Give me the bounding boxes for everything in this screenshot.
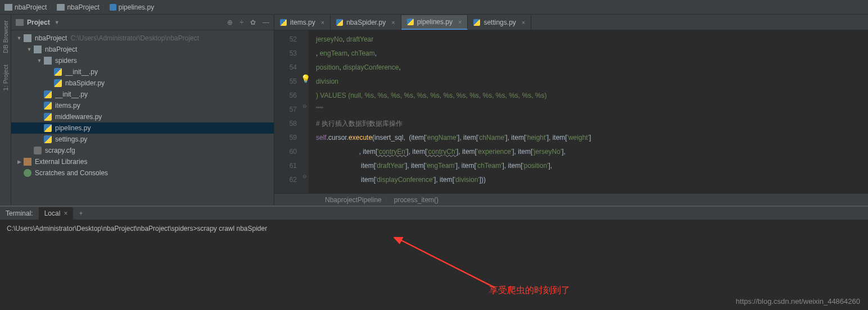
expand-icon[interactable]: ▼ — [16, 35, 22, 41]
tree-item-name: nbaProject — [35, 34, 67, 42]
tree-row[interactable]: middlewares.py — [11, 111, 274, 122]
tab-label: pipelines.py — [417, 18, 453, 26]
folder-icon — [57, 4, 65, 11]
code-editor[interactable]: jerseyNo, draftYear, engTeam, chTeam, po… — [309, 30, 868, 193]
dropdown-icon[interactable]: ▼ — [55, 20, 60, 25]
tree-item-name: External Libraries — [35, 158, 87, 166]
file-icon — [54, 68, 62, 76]
locate-icon[interactable]: ⊕ — [227, 19, 233, 26]
line-number[interactable]: 55 — [274, 75, 297, 89]
crumb-class[interactable]: NbaprojectPipeline — [325, 196, 382, 204]
editor-tab[interactable]: settings.py× — [468, 15, 531, 30]
file-icon — [44, 124, 52, 132]
line-number[interactable]: 62 — [274, 173, 297, 187]
tree-row[interactable]: __init__.py — [11, 89, 274, 100]
tree-item-name: nbaSpider.py — [65, 79, 105, 87]
line-number[interactable]: 61 — [274, 159, 297, 173]
project-tree[interactable]: ▼nbaProjectC:\Users\Administrator\Deskto… — [11, 30, 274, 206]
python-icon — [280, 19, 287, 26]
breadcrumb-file[interactable]: pipelines.py — [110, 3, 154, 11]
line-number[interactable]: 54 — [274, 61, 297, 75]
breadcrumb: nbaProject 〉 nbaProject 〉 pipelines.py — [0, 0, 868, 15]
terminal-panel: Terminal: Local× + C:\Users\Administrato… — [0, 206, 868, 310]
tree-item-name: nbaProject — [45, 45, 77, 53]
project-header: Project ▼ ⊕ ÷ ✿ — — [11, 15, 274, 30]
editor-tab[interactable]: pipelines.py× — [401, 15, 468, 30]
tree-row[interactable]: ▼nbaProject — [11, 44, 274, 55]
close-icon[interactable]: × — [64, 209, 67, 217]
expand-icon[interactable]: ▶ — [16, 159, 22, 165]
tree-row[interactable]: ▼nbaProjectC:\Users\Administrator\Deskto… — [11, 33, 274, 44]
project-panel: Project ▼ ⊕ ÷ ✿ — ▼nbaProjectC:\Users\Ad… — [11, 15, 274, 206]
line-gutter[interactable]: 5253545556575859606162 — [274, 30, 301, 193]
expand-icon[interactable]: ▼ — [26, 47, 33, 52]
breadcrumb-mid[interactable]: nbaProject — [57, 3, 99, 11]
tree-item-name: settings.py — [55, 135, 87, 143]
tab-label: settings.py — [483, 19, 516, 26]
file-icon — [44, 90, 52, 98]
tree-row[interactable]: nbaSpider.py — [11, 78, 274, 89]
tree-row[interactable]: items.py — [11, 100, 274, 111]
close-icon[interactable]: × — [522, 19, 525, 26]
tree-item-name: items.py — [55, 102, 80, 110]
tree-item-name: spiders — [55, 57, 77, 65]
line-number[interactable]: 58 — [274, 117, 297, 131]
line-number[interactable]: 59 — [274, 131, 297, 145]
tree-row[interactable]: ▶External Libraries — [11, 156, 274, 167]
file-icon — [44, 135, 52, 143]
tree-item-name: middlewares.py — [55, 113, 102, 121]
tree-item-name: __init__.py — [55, 90, 88, 98]
close-icon[interactable]: × — [321, 19, 324, 26]
chevron-right-icon: 〉 — [102, 3, 107, 11]
project-title: Project — [27, 19, 50, 26]
file-icon — [24, 34, 31, 42]
project-icon — [16, 19, 24, 26]
tree-item-name: scrapy.cfg — [45, 147, 75, 154]
file-icon — [24, 158, 31, 166]
editor-tab[interactable]: items.py× — [274, 15, 331, 30]
python-icon — [110, 4, 116, 11]
watermark: https://blog.csdn.net/weixin_44864260 — [736, 297, 860, 306]
fold-icon[interactable]: ⊖ — [302, 174, 307, 179]
code-breadcrumb: NbaprojectPipeline 〉 process_item() — [274, 193, 868, 206]
tree-row[interactable]: __init__.py — [11, 66, 274, 78]
line-number[interactable]: 52 — [274, 33, 297, 47]
terminal-body[interactable]: C:\Users\Administrator\Desktop\nbaProjec… — [0, 220, 868, 310]
python-icon — [336, 19, 343, 26]
hide-icon[interactable]: — — [263, 19, 269, 26]
line-number[interactable]: 57 — [274, 103, 297, 117]
fold-column[interactable]: 💡 ⊖ ⊖ — [301, 30, 309, 193]
new-terminal-icon[interactable]: + — [73, 209, 88, 217]
tree-row[interactable]: settings.py — [11, 134, 274, 145]
file-icon — [54, 79, 62, 87]
tab-label: items.py — [290, 19, 315, 26]
editor-tabs: items.py×nbaSpider.py×pipelines.py×setti… — [274, 15, 868, 30]
tree-row[interactable]: scrapy.cfg — [11, 145, 274, 156]
gear-icon[interactable]: ✿ — [250, 19, 256, 26]
terminal-command: scrapy crawl nbaSpider — [197, 225, 267, 233]
tree-row[interactable]: Scratches and Consoles — [11, 167, 274, 179]
fold-icon[interactable]: ⊖ — [302, 103, 307, 109]
tree-row[interactable]: pipelines.py — [11, 122, 274, 134]
line-number[interactable]: 60 — [274, 145, 297, 159]
db-browser-tab[interactable]: DB Browser — [2, 20, 9, 53]
collapse-icon[interactable]: ÷ — [239, 19, 243, 26]
close-icon[interactable]: × — [458, 19, 462, 25]
file-icon — [44, 57, 52, 65]
line-number[interactable]: 53 — [274, 47, 297, 61]
crumb-method[interactable]: process_item() — [394, 196, 438, 204]
editor-area: items.py×nbaSpider.py×pipelines.py×setti… — [274, 15, 868, 206]
tool-strip-left: DB Browser 1: Project — [0, 15, 11, 206]
expand-icon[interactable]: ▼ — [36, 58, 43, 63]
editor-tab[interactable]: nbaSpider.py× — [331, 15, 401, 30]
project-tool-tab[interactable]: 1: Project — [2, 65, 9, 90]
tree-row[interactable]: ▼spiders — [11, 55, 274, 66]
python-icon — [473, 19, 480, 26]
terminal-label: Terminal: — [0, 209, 39, 217]
line-number[interactable]: 56 — [274, 89, 297, 103]
breadcrumb-root[interactable]: nbaProject — [4, 3, 47, 11]
file-icon — [34, 147, 42, 154]
svg-line-0 — [399, 239, 495, 288]
terminal-tab-local[interactable]: Local× — [39, 207, 74, 220]
close-icon[interactable]: × — [391, 19, 395, 26]
